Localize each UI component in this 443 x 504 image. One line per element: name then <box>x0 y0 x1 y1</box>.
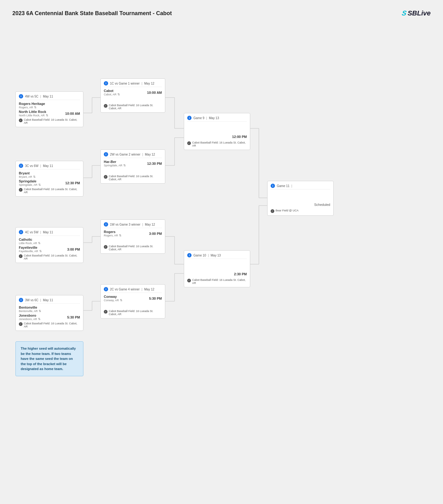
r1g4-label: 3W vs 6C <box>25 298 38 302</box>
r1g1-team1-loc: Rogers, AR <box>19 106 33 109</box>
r1g2-team2-loc: Springdale, AR <box>19 183 37 186</box>
game-card-semi9: i Game 9 | May 13 12:00 PM ✓ Cabot Baseb… <box>184 113 250 150</box>
r1g3-team1: Catholic <box>19 238 40 241</box>
r1g4-venue: Cabot Baseball Field: 16 Lueada St. Cabo… <box>24 322 80 328</box>
r2g5-date: May 12 <box>144 82 154 85</box>
venue-icon-r2g7: ✓ <box>104 245 108 249</box>
info-icon-r2g5[interactable]: i <box>104 81 108 85</box>
r2g7-time: 3:00 PM <box>149 232 162 235</box>
r2g7-team1: Rogers <box>104 230 121 234</box>
semi10-label: Game 10 <box>193 254 206 257</box>
bracket-area: i 4W vs 5C | May 11 Rogers Heritage Roge… <box>12 27 431 397</box>
r2g5-team1: Cabot <box>104 89 120 93</box>
semi10-time: 2:30 PM <box>234 272 247 276</box>
r1g2-label: 3C vs 6W <box>25 164 38 168</box>
notice-text: The higher seed will automatically be th… <box>21 347 76 371</box>
info-icon-semi10[interactable]: i <box>187 253 192 257</box>
r1g2-team2: Springdale <box>19 179 41 183</box>
semi10-date: May 13 <box>211 254 221 257</box>
r2g7-label: 1W vs Game 3 winner <box>110 223 140 226</box>
semi9-time: 12:00 PM <box>232 135 247 139</box>
swap-icon: ⇅ <box>34 106 36 109</box>
game-card-r2g7: i 1W vs Game 3 winner | May 12 Rogers Ro… <box>100 219 165 254</box>
r2g5-label: 1C vs Game 1 winner <box>110 82 140 85</box>
r2g6-date: May 12 <box>145 153 155 156</box>
r1g1-venue: Cabot Baseball Field: 16 Lueada St. Cabo… <box>24 118 80 124</box>
final-status: Scheduled <box>314 203 330 206</box>
info-icon-r1g1[interactable]: i <box>19 94 23 98</box>
r2g5-team1-loc: Cabot, AR <box>104 93 116 96</box>
venue-icon-r1g2: ✓ <box>19 188 23 192</box>
r1g4-team2-loc: Jonesboro, AR <box>19 318 37 321</box>
r1g3-date: May 11 <box>43 231 53 234</box>
r2g5-time: 10:00 AM <box>147 91 162 94</box>
r1g1-date: May 11 <box>43 95 53 98</box>
game-card-r1g3: i 4C vs 5W | May 11 Catholic Little Rock… <box>15 227 83 263</box>
r1g3-team2: Fayetteville <box>19 246 42 249</box>
r2g8-time: 5:30 PM <box>149 297 162 300</box>
r1g4-team1: Bentonville <box>19 306 41 309</box>
venue-icon-r1g1: ✓ <box>19 119 23 122</box>
r1g3-label: 4C vs 5W <box>25 231 38 234</box>
r2g8-date: May 12 <box>144 288 154 291</box>
venue-icon-r2g5: ✓ <box>104 104 108 108</box>
final-venue: Bear Field @ UCA <box>276 209 298 212</box>
swap-icon: ⇅ <box>46 114 48 117</box>
r1g4-date: May 11 <box>43 298 53 302</box>
venue-icon-r1g4: ✓ <box>19 322 23 326</box>
r1g1-label: 4W vs 5C <box>25 95 38 98</box>
game-card-r1g2: i 3C vs 6W | May 11 Bryant Bryant, AR ⇅ … <box>15 161 83 197</box>
r1g2-date: May 11 <box>43 164 53 168</box>
r1g4-team1-loc: Bentonville, AR <box>19 310 38 313</box>
r1g3-venue: Cabot Baseball Field: 16 Lueada St. Cabo… <box>24 254 80 260</box>
final-label: Game 11 <box>277 184 289 188</box>
r2g8-team1: Conway <box>104 295 122 298</box>
r2g8-label: 2C vs Game 4 winner <box>110 288 140 291</box>
r1g2-team1: Bryant <box>19 171 36 175</box>
info-icon-semi9[interactable]: i <box>187 116 192 120</box>
logo: S SBLive <box>402 9 431 17</box>
venue-icon-final: ✓ <box>271 209 274 213</box>
r2g6-time: 12:30 PM <box>147 162 162 165</box>
venue-icon-semi9: ✓ <box>187 141 191 145</box>
info-icon-r1g3[interactable]: i <box>19 230 23 234</box>
r1g1-team2-loc: North Little Rock, AR <box>19 114 45 117</box>
page-header: 2023 6A Centennial Bank State Baseball T… <box>0 0 443 23</box>
venue-icon-r1g3: ✓ <box>19 254 23 258</box>
r1g2-time: 12:30 PM <box>65 181 80 185</box>
r2g6-label: 2W vs Game 2 winner <box>110 153 140 156</box>
info-icon-r2g7[interactable]: i <box>104 222 108 227</box>
r2g7-date: May 12 <box>145 223 155 226</box>
r2g8-team1-loc: Conway, AR <box>104 299 119 302</box>
game-card-r2g6: i 2W vs Game 2 winner | May 12 Har-Ber S… <box>100 149 165 184</box>
r2g6-venue: Cabot Baseball Field: 16 Lueada St. Cabo… <box>109 175 162 181</box>
semi10-venue: Cabot Baseball Field: 16 Lueada St. Cabo… <box>192 278 247 285</box>
logo-text: SBLive <box>407 9 431 17</box>
r2g7-venue: Cabot Baseball Field: 16 Lueada St. Cabo… <box>109 245 162 251</box>
info-notice: The higher seed will automatically be th… <box>15 341 83 376</box>
r1g2-venue: Cabot Baseball Field: 16 Lueada St. Cabo… <box>24 188 80 194</box>
game-card-semi10: i Game 10 | May 13 2:30 PM ✓ Cabot Baseb… <box>184 250 250 287</box>
r1g3-team2-loc: Fayetteville, AR <box>19 250 38 253</box>
game-card-r2g8: i 2C vs Game 4 winner | May 12 Conway Co… <box>100 284 165 319</box>
r1g3-team1-loc: Little Rock, AR <box>19 242 37 245</box>
game-card-final: i Game 11 | Scheduled ✓ Bear Field @ UCA <box>267 181 334 216</box>
bracket-container: i 4W vs 5C | May 11 Rogers Heritage Roge… <box>0 23 443 400</box>
venue-icon-r2g8: ✓ <box>104 310 108 314</box>
info-icon-r2g8[interactable]: i <box>104 287 108 291</box>
r1g1-team1: Rogers Heritage <box>19 102 45 106</box>
venue-icon-r2g6: ✓ <box>104 175 108 179</box>
info-icon-final[interactable]: i <box>271 184 275 188</box>
game-card-r2g5: i 1C vs Game 1 winner | May 12 Cabot Cab… <box>100 78 165 113</box>
game-card-r1g1: i 4W vs 5C | May 11 Rogers Heritage Roge… <box>15 91 83 127</box>
semi9-venue: Cabot Baseball Field: 16 Lueada St. Cabo… <box>192 141 247 147</box>
semi9-label: Game 9 <box>193 116 205 120</box>
r1g4-time: 5:30 PM <box>67 315 80 319</box>
r1g3-time: 3:00 PM <box>67 248 80 251</box>
r1g1-time: 10:00 AM <box>65 112 80 115</box>
r1g2-team1-loc: Bryant, AR <box>19 175 32 178</box>
info-icon-r1g2[interactable]: i <box>19 164 23 168</box>
info-icon-r1g4[interactable]: i <box>19 298 23 302</box>
logo-s-icon: S <box>401 9 407 17</box>
info-icon-r2g6[interactable]: i <box>104 152 108 156</box>
